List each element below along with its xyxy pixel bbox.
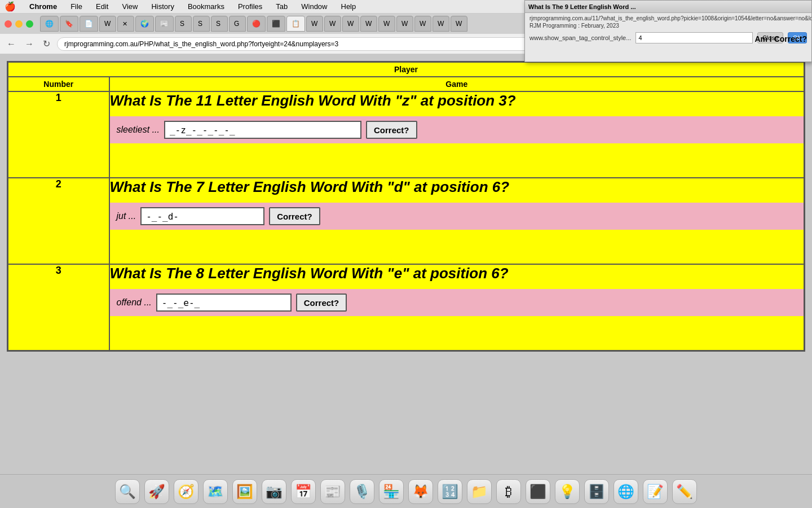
tab-20[interactable]: W: [396, 16, 413, 32]
maximize-button[interactable]: [26, 20, 33, 28]
row-game-2: What Is The 7 Letter English Word With "…: [109, 178, 805, 264]
dock-facetime[interactable]: 📷: [262, 479, 286, 504]
correct-button-3[interactable]: Correct?: [296, 294, 347, 312]
dock-news[interactable]: 📰: [320, 479, 345, 504]
header-number: Number: [8, 77, 109, 91]
dock-intellij[interactable]: 💡: [555, 479, 580, 504]
answer-row-2: jut ...Correct?: [110, 203, 804, 230]
dock-scripteditor[interactable]: ✏️: [672, 479, 697, 504]
menu-bookmarks[interactable]: Bookmarks: [186, 2, 227, 11]
tab-15[interactable]: W: [306, 16, 323, 32]
tab-11[interactable]: G: [229, 16, 246, 32]
table-row: 3What Is The 8 Letter English Word With …: [8, 264, 805, 351]
minimize-button[interactable]: [15, 20, 23, 28]
dock-terminal[interactable]: ⬛: [526, 479, 550, 504]
menu-file[interactable]: File: [68, 2, 85, 11]
tab-18[interactable]: W: [360, 16, 377, 32]
tab-16[interactable]: W: [324, 16, 341, 32]
correct-button-1[interactable]: Correct?: [366, 121, 417, 139]
answer-input-3[interactable]: [156, 294, 292, 312]
menu-tab[interactable]: Tab: [273, 2, 290, 11]
row-number-1: 1: [8, 91, 109, 178]
apple-menu[interactable]: 🍎: [5, 1, 16, 12]
forward-button[interactable]: →: [23, 38, 36, 50]
tab-12[interactable]: 🔴: [247, 16, 266, 32]
dock-appstore[interactable]: 🏪: [379, 479, 404, 504]
row-game-1: What Is The 11 Letter English Word With …: [109, 91, 805, 178]
dock-podcasts[interactable]: 🎙️: [350, 479, 374, 504]
tab-4[interactable]: W: [99, 16, 116, 32]
tab-1[interactable]: 🌐: [40, 16, 59, 32]
dock-datagrip[interactable]: 🗄️: [584, 479, 609, 504]
popup-right-label: Am I Correct?: [754, 34, 807, 43]
dock-chrome[interactable]: 🌐: [614, 479, 638, 504]
tab-3[interactable]: 📄: [80, 16, 98, 32]
header-player: Player: [8, 62, 805, 77]
dock-filezilla[interactable]: 📁: [467, 479, 492, 504]
dock-firefox[interactable]: 🦊: [408, 479, 433, 504]
traffic-lights: [5, 20, 33, 28]
question-text-3: What Is The 8 Letter English Word With "…: [110, 265, 804, 282]
tab-19[interactable]: W: [378, 16, 395, 32]
tab-active[interactable]: 📋: [286, 16, 305, 32]
tab-6[interactable]: 🌍: [135, 16, 154, 32]
game-table: Player Number Game 1What Is The 11 Lette…: [7, 61, 805, 352]
menu-view[interactable]: View: [120, 2, 140, 11]
table-row: 1What Is The 11 Letter English Word With…: [8, 91, 805, 178]
popup-input[interactable]: [636, 32, 753, 43]
dock-photos[interactable]: 🖼️: [232, 479, 257, 504]
tab-10[interactable]: S: [211, 16, 228, 32]
popup-subtitle: RJM Programming : February, 2023: [525, 23, 811, 30]
dock-calculator[interactable]: 🔢: [438, 479, 462, 504]
dock-launchpad[interactable]: 🚀: [144, 479, 169, 504]
popup-title: What Is The 9 Letter English Word ...: [528, 3, 636, 10]
tab-7[interactable]: 📰: [155, 16, 174, 32]
menu-profiles[interactable]: Profiles: [236, 2, 264, 11]
tab-23[interactable]: W: [451, 16, 467, 32]
menu-edit[interactable]: Edit: [94, 2, 111, 11]
dock-calendar[interactable]: 📅: [291, 479, 316, 504]
answer-row-3: offend ...Correct?: [110, 289, 804, 316]
popup-hint-label: www.show_span_tag_control_style...: [529, 34, 631, 41]
main-content: Player Number Game 1What Is The 11 Lette…: [0, 54, 812, 474]
table-row: 2What Is The 7 Letter English Word With …: [8, 178, 805, 264]
tab-5[interactable]: ✕: [117, 16, 134, 32]
header-game: Game: [109, 77, 805, 91]
popup-title-bar: What Is The 9 Letter English Word ...: [525, 1, 811, 13]
row-number-2: 2: [8, 178, 109, 264]
row-number-3: 3: [8, 264, 109, 351]
tab-21[interactable]: W: [414, 16, 431, 32]
menu-history[interactable]: History: [149, 2, 176, 11]
dock-finder[interactable]: 🔍: [115, 479, 140, 504]
dock-notes[interactable]: 📝: [643, 479, 668, 504]
tab-2[interactable]: 🔖: [60, 16, 78, 32]
hint-text-2: jut ...: [117, 211, 136, 221]
popup-url: rjmprogramming.com.au/11/?what_is_the_en…: [525, 13, 811, 23]
tab-22[interactable]: W: [433, 16, 449, 32]
answer-input-2[interactable]: [140, 207, 264, 225]
answer-row-1: sleetiest ...Correct?: [110, 116, 804, 143]
tab-8[interactable]: S: [175, 16, 192, 32]
hint-text-3: offend ...: [117, 297, 152, 308]
answer-input-1[interactable]: [164, 121, 361, 139]
menu-chrome[interactable]: Chrome: [27, 2, 59, 11]
close-button[interactable]: [5, 20, 12, 28]
question-text-1: What Is The 11 Letter English Word With …: [110, 92, 804, 110]
dock-safari[interactable]: 🧭: [174, 479, 198, 504]
row-game-3: What Is The 8 Letter English Word With "…: [109, 264, 805, 351]
popup-window: What Is The 9 Letter English Word ... rj…: [524, 0, 812, 62]
reload-button[interactable]: ↻: [41, 37, 52, 50]
tab-17[interactable]: W: [342, 16, 359, 32]
dock: 🔍 🚀 🧭 🗺️ 🖼️ 📷 📅 📰 🎙️ 🏪 🦊 🔢 📁 ₿ ⬛ 💡 🗄️ 🌐 …: [0, 474, 812, 508]
dock-bitcoin[interactable]: ₿: [496, 479, 521, 504]
back-button[interactable]: ←: [5, 38, 18, 50]
menu-help[interactable]: Help: [339, 2, 359, 11]
hint-text-1: sleetiest ...: [117, 125, 160, 135]
tab-9[interactable]: S: [193, 16, 210, 32]
correct-button-2[interactable]: Correct?: [269, 207, 320, 225]
dock-maps[interactable]: 🗺️: [203, 479, 228, 504]
menu-window[interactable]: Window: [299, 2, 329, 11]
tab-13[interactable]: ⬛: [267, 16, 285, 32]
question-text-2: What Is The 7 Letter English Word With "…: [110, 178, 804, 196]
